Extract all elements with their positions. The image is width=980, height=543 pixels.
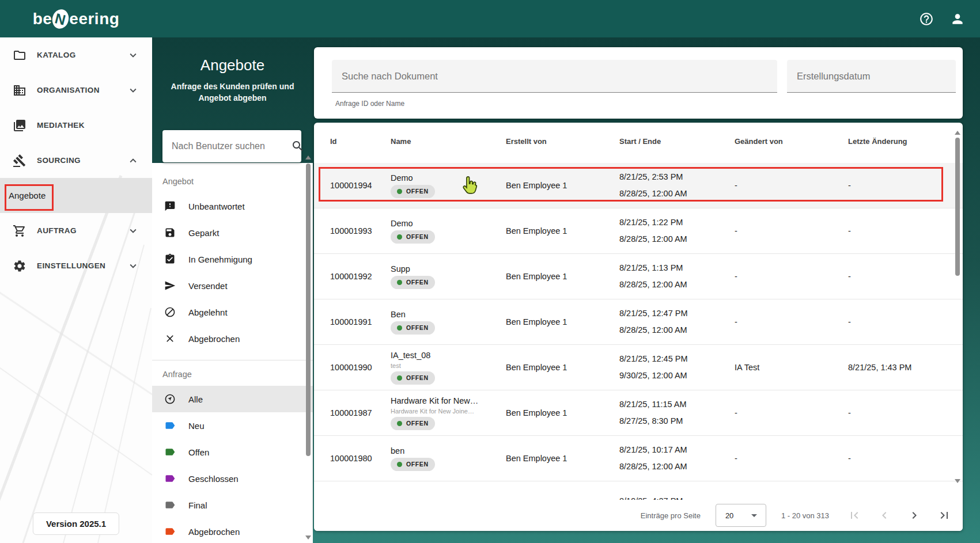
table-scrollbar[interactable] xyxy=(954,131,961,483)
label-icon xyxy=(164,446,176,458)
row-start: 8/19/25, 4:27 PM xyxy=(619,496,735,500)
scroll-down-arrow-icon[interactable] xyxy=(305,536,311,540)
filter-item-unbeantwortet[interactable]: Unbeantwortet xyxy=(152,193,313,219)
table-row[interactable]: 100001994 Demo OFFEN Ben Employee 1 8/21… xyxy=(314,163,963,208)
filter-item-in-genehmigung[interactable]: In Genehmigung xyxy=(152,246,313,272)
next-page-icon[interactable] xyxy=(907,508,921,522)
row-end: 8/28/25, 12:00 AM xyxy=(619,279,735,291)
scrollbar-thumb[interactable] xyxy=(955,138,960,276)
status-dot-icon xyxy=(397,234,402,240)
filter-item-alle[interactable]: Alle xyxy=(152,386,313,412)
help-icon[interactable] xyxy=(919,12,934,26)
sidebar-item-label: EINSTELLUNGEN xyxy=(37,261,127,270)
filter-item-offen[interactable]: Offen xyxy=(152,439,313,465)
globe-icon xyxy=(164,393,176,405)
scrollbar-thumb[interactable] xyxy=(306,164,311,456)
status-badge: OFFEN xyxy=(391,371,435,385)
row-dates: 8/21/25, 2:53 PM 8/28/25, 12:00 AM xyxy=(619,172,735,199)
filter-item-abgelehnt[interactable]: Abgelehnt xyxy=(152,299,313,325)
user-search-input[interactable] xyxy=(172,141,291,151)
sidebar-item-einstellungen[interactable]: EINSTELLUNGEN xyxy=(0,248,152,283)
table-row[interactable]: 100001992 Supp OFFEN Ben Employee 1 8/21… xyxy=(314,254,963,299)
sidebar-item-organisation[interactable]: ORGANISATION xyxy=(0,73,152,108)
first-page-icon[interactable] xyxy=(847,508,861,522)
row-created-by: Ben Employee 1 xyxy=(506,363,619,372)
search-icon[interactable] xyxy=(291,139,305,153)
filter-item-abgebrochen-angebot[interactable]: Abgebrochen xyxy=(152,325,313,352)
page-size-value: 20 xyxy=(725,511,733,520)
sidebar-item-sourcing[interactable]: SOURCING xyxy=(0,143,152,178)
row-last-change: - xyxy=(848,226,963,236)
document-search-input[interactable] xyxy=(332,71,777,82)
creation-date-input[interactable] xyxy=(787,71,956,82)
row-end: 8/28/25, 12:00 AM xyxy=(619,188,735,200)
table-row[interactable]: 100001987 Hardware Kit for New… Hardware… xyxy=(314,390,963,436)
row-dates: 8/19/25, 4:27 PM xyxy=(619,496,735,500)
filter-item-label: Geparkt xyxy=(188,228,219,238)
filter-item-versendet[interactable]: Versendet xyxy=(152,272,313,299)
filter-panel-scrollbar[interactable] xyxy=(305,155,312,540)
pagination-range: 1 - 20 von 313 xyxy=(781,511,829,520)
filter-section-anfrage: Anfrage xyxy=(152,363,313,386)
filter-item-final[interactable]: Final xyxy=(152,492,313,518)
sidebar-item-label: KATALOG xyxy=(37,51,127,59)
filter-item-abgebrochen-anfrage[interactable]: Abgebrochen xyxy=(152,518,313,543)
account-icon[interactable] xyxy=(950,12,965,26)
row-id: 100001993 xyxy=(330,226,391,236)
row-dates: 8/21/25, 1:22 PM 8/28/25, 12:00 AM xyxy=(619,217,735,245)
row-end: 9/30/25, 12:00 AM xyxy=(619,370,735,382)
row-name-cell: IA_test_08 test OFFEN xyxy=(391,351,506,385)
row-start: 8/21/25, 10:17 AM xyxy=(619,445,735,456)
row-last-change: - xyxy=(848,408,963,417)
table-row[interactable]: 100001990 IA_test_08 test OFFEN Ben Empl… xyxy=(314,345,963,390)
filter-item-geparkt[interactable]: Geparkt xyxy=(152,219,313,246)
sidebar-item-auftrag[interactable]: AUFTRAG xyxy=(0,213,152,248)
building-icon xyxy=(13,83,27,97)
logo-n-icon: N xyxy=(51,7,71,31)
page-size-select[interactable]: 20 xyxy=(716,504,766,527)
status-dot-icon xyxy=(397,280,402,285)
row-name: Demo xyxy=(391,219,413,228)
previous-page-icon[interactable] xyxy=(877,508,891,522)
row-modified-by: - xyxy=(735,181,848,190)
row-end: 8/27/25, 8:30 PM xyxy=(619,416,735,427)
sidebar-item-angebote[interactable]: Angebote xyxy=(0,178,152,213)
sidebar-item-label: SOURCING xyxy=(37,156,127,165)
row-name-cell: Hardware Kit for New… Hardware Kit for N… xyxy=(391,396,506,430)
status-dot-icon xyxy=(397,375,402,381)
status-dot-icon xyxy=(397,421,402,426)
scroll-down-arrow-icon[interactable] xyxy=(955,479,960,483)
filter-item-label: Alle xyxy=(188,394,203,404)
filter-item-geschlossen[interactable]: Geschlossen xyxy=(152,465,313,492)
table-row[interactable]: AI_test_07 8/19/25, 4:27 PM xyxy=(314,481,963,500)
row-name: Ben xyxy=(391,310,406,319)
filter-item-neu[interactable]: Neu xyxy=(152,412,313,439)
chevron-down-icon xyxy=(127,260,139,272)
row-last-change: - xyxy=(848,181,963,190)
send-icon xyxy=(164,280,176,291)
scroll-up-arrow-icon[interactable] xyxy=(955,131,960,135)
row-dates: 8/21/25, 12:47 PM 8/28/25, 12:00 AM xyxy=(619,308,735,336)
chevron-down-icon xyxy=(127,49,139,62)
table-row[interactable]: 100001991 Ben OFFEN Ben Employee 1 8/21/… xyxy=(314,299,963,345)
photo-library-icon xyxy=(13,119,27,132)
status-badge: OFFEN xyxy=(391,417,435,430)
filter-item-label: Offen xyxy=(188,447,209,457)
document-search-field xyxy=(332,60,777,93)
table-body: 100001994 Demo OFFEN Ben Employee 1 8/21… xyxy=(314,163,963,500)
search-card: Anfrage ID oder Name xyxy=(314,47,963,119)
row-name-cell: Demo OFFEN xyxy=(391,219,506,244)
sidebar-item-mediathek[interactable]: MEDIATHEK xyxy=(0,108,152,143)
gavel-icon xyxy=(13,154,27,168)
table-row[interactable]: 100001993 Demo OFFEN Ben Employee 1 8/21… xyxy=(314,208,963,254)
last-page-icon[interactable] xyxy=(937,508,951,522)
filter-panel: Angebote Anfrage des Kunden prüfen und A… xyxy=(152,37,313,543)
filter-section-angebot: Angebot xyxy=(152,170,313,193)
sidebar-item-katalog[interactable]: KATALOG xyxy=(0,37,152,73)
scroll-up-arrow-icon[interactable] xyxy=(305,155,311,160)
row-last-change: - xyxy=(848,317,963,326)
row-dates: 8/21/25, 12:45 PM 9/30/25, 12:00 AM xyxy=(619,354,735,381)
sidebar-submenu-label: Angebote xyxy=(9,191,46,200)
table-row[interactable]: 100001980 ben OFFEN Ben Employee 1 8/21/… xyxy=(314,436,963,481)
row-name-cell: Supp OFFEN xyxy=(391,264,506,289)
